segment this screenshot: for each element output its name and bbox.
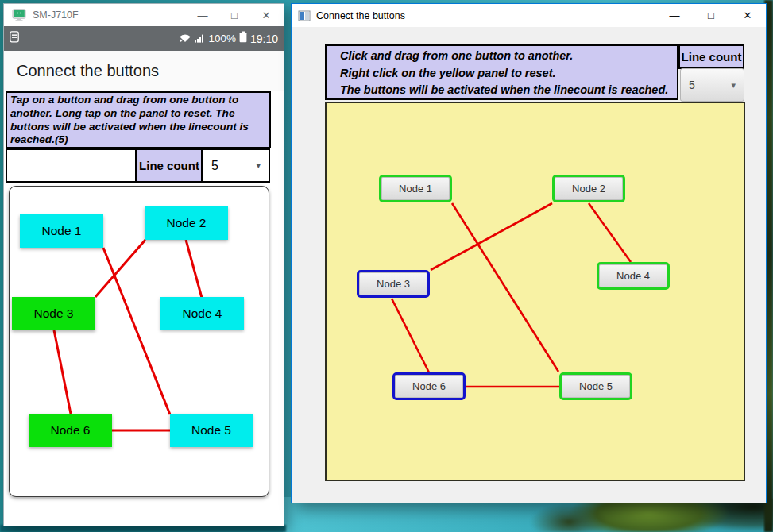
signal-strength-icon (195, 32, 205, 46)
phone-window-title: SM-J710F (33, 10, 79, 21)
window-title: Connect the buttons (316, 10, 405, 21)
maximize-button[interactable]: □ (693, 4, 729, 27)
empty-cell (6, 148, 137, 183)
connection-line-node-3-to-node-6 (54, 330, 71, 414)
close-button[interactable]: ✕ (250, 4, 282, 26)
dropdown-arrow-icon: ▾ (731, 80, 736, 91)
notification-icon (10, 31, 19, 46)
node-button-node-5[interactable]: Node 5 (170, 414, 253, 447)
status-icons-cluster: 100% 19:10 (179, 31, 278, 46)
node-button-node-1[interactable]: Node 1 (379, 175, 452, 202)
node-canvas-panel[interactable]: Node 1Node 2Node 3Node 4Node 5Node 6 (9, 186, 269, 497)
connection-line-node-3-to-node-6 (392, 299, 429, 372)
minimize-button[interactable]: — (187, 4, 218, 26)
phone-mirror-app-icon (12, 9, 26, 21)
line-count-dropdown[interactable]: 5 ▾ (680, 68, 744, 102)
app-title: Connect the buttons (17, 62, 159, 80)
connection-line-node-2-to-node-3 (431, 203, 552, 270)
line-count-value: 5 (689, 79, 695, 91)
node-button-node-4[interactable]: Node 4 (160, 297, 244, 330)
app-title-bar: Connect the buttons (4, 51, 284, 91)
maximize-button[interactable]: □ (218, 4, 250, 26)
instructions-line: Right click on the yellow panel to reset… (340, 65, 677, 83)
connection-line-node-2-to-node-4 (186, 240, 202, 298)
node-button-node-6[interactable]: Node 6 (29, 414, 112, 447)
instructions-text-box: Tap on a button and drag from one button… (6, 91, 271, 148)
connection-line-node-2-to-node-4 (589, 203, 631, 262)
line-count-label: Line count (136, 148, 203, 183)
line-count-label: Line count (678, 44, 744, 69)
connection-line-node-1-to-node-5 (103, 248, 170, 414)
battery-percent-text: 100% (208, 33, 236, 44)
clock-text: 19:10 (250, 33, 278, 45)
dropdown-arrow-icon: ▾ (256, 160, 261, 171)
node-button-node-3[interactable]: Node 3 (12, 297, 95, 330)
phone-window-titlebar: SM-J710F — □ ✕ (4, 4, 284, 26)
android-status-bar: 100% 19:10 (4, 26, 284, 51)
instructions-text-box: Click and drag from one button to anothe… (325, 44, 678, 100)
minimize-button[interactable]: — (656, 4, 693, 27)
wifi-icon (179, 32, 191, 46)
instructions-line: Click and drag from one button to anothe… (340, 48, 677, 65)
node-button-node-5[interactable]: Node 5 (559, 372, 632, 400)
battery-icon (239, 31, 247, 46)
phone-window-controls: — □ ✕ (187, 4, 282, 26)
node-canvas-panel[interactable]: Node 1Node 2Node 3Node 4Node 5Node 6 (325, 102, 745, 481)
phone-mirror-window: SM-J710F — □ ✕ (3, 3, 284, 526)
wallpaper-trees (524, 499, 773, 532)
line-count-value: 5 (211, 159, 218, 173)
desktop-app-window: Connect the buttons — □ ✕ Click and drag… (291, 3, 767, 503)
node-button-node-4[interactable]: Node 4 (597, 262, 670, 290)
close-button[interactable]: ✕ (729, 4, 766, 27)
node-button-node-6[interactable]: Node 6 (392, 372, 466, 400)
window-controls: — □ ✕ (656, 4, 766, 27)
line-count-dropdown[interactable]: 5 ▾ (202, 148, 270, 183)
node-button-node-1[interactable]: Node 1 (20, 214, 103, 248)
node-button-node-2[interactable]: Node 2 (552, 175, 625, 202)
window-titlebar: Connect the buttons — □ ✕ (292, 4, 766, 27)
node-button-node-2[interactable]: Node 2 (145, 206, 228, 240)
node-button-node-3[interactable]: Node 3 (357, 270, 430, 298)
app-icon (298, 10, 311, 22)
